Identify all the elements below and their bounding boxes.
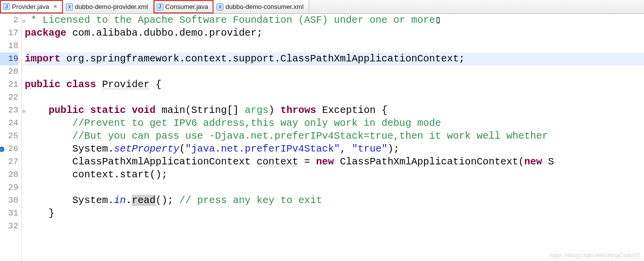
- code-line: [25, 91, 644, 104]
- xml-file-icon: x: [216, 3, 223, 10]
- editor-tab[interactable]: JProvider.java✕: [0, 0, 63, 13]
- code-token: main(String[]: [156, 104, 245, 116]
- line-number[interactable]: 31: [0, 207, 18, 220]
- code-line: public class Provider {: [25, 78, 644, 91]
- line-number[interactable]: 27: [0, 156, 18, 168]
- code-token: args: [245, 104, 268, 116]
- line-number[interactable]: 19: [0, 52, 18, 65]
- code-token: "java.net.preferIPv4Stack": [185, 143, 340, 155]
- code-token: [25, 117, 72, 129]
- line-number[interactable]: 26: [0, 143, 18, 156]
- close-icon[interactable]: ✕: [53, 3, 57, 10]
- line-number[interactable]: 18: [0, 40, 18, 52]
- code-token: import: [25, 53, 60, 64]
- code-token: ): [268, 104, 280, 116]
- code-line: import org.springframework.context.suppo…: [25, 52, 644, 65]
- code-token: ();: [156, 195, 179, 206]
- code-token: public static void: [49, 104, 156, 116]
- tab-label: dubbo-demo-provider.xml: [75, 3, 148, 10]
- tab-label: Consumer.java: [165, 3, 209, 10]
- code-token: [25, 104, 49, 116]
- java-file-icon: J: [157, 3, 163, 10]
- code-token: org.springframework.context.support.Clas…: [60, 53, 465, 64]
- line-number[interactable]: 25: [0, 130, 18, 143]
- line-number[interactable]: 17: [0, 27, 18, 40]
- code-line: [25, 220, 644, 233]
- code-token: ClassPathXmlApplicationContext(: [334, 156, 524, 167]
- code-token: Provider: [102, 79, 150, 90]
- code-token: * Licensed to the Apache Software Founda…: [25, 14, 435, 26]
- code-editor: 217181920212223242526272829303132 * Lice…: [0, 14, 644, 261]
- code-line: System.setProperty("java.net.preferIPv4S…: [25, 143, 644, 156]
- code-token: //Prevent to get IPV6 address,this way o…: [72, 117, 441, 129]
- tab-label: Provider.java: [12, 3, 49, 10]
- editor-tab[interactable]: xdubbo-demo-consumer.xml: [214, 0, 309, 13]
- line-number[interactable]: 32: [0, 220, 18, 233]
- code-token: com.alibaba.dubbo.demo.provider;: [66, 27, 263, 39]
- code-token: //But you can pass use -Djava.net.prefer…: [72, 130, 548, 142]
- xml-file-icon: x: [66, 3, 73, 10]
- code-token: public class: [25, 79, 96, 90]
- line-number[interactable]: 29: [0, 181, 18, 194]
- code-token: context: [257, 156, 298, 167]
- code-token: ,: [340, 143, 352, 155]
- code-line: public static void main(String[] args) t…: [25, 104, 644, 117]
- code-token: Exception {: [316, 104, 387, 116]
- code-line: System.in.read(); // press any key to ex…: [25, 194, 644, 207]
- code-token: [25, 130, 72, 142]
- code-token: read: [132, 195, 156, 206]
- code-line: package com.alibaba.dubbo.demo.provider;: [25, 27, 644, 40]
- code-token: "true": [352, 143, 387, 155]
- code-token: .: [126, 195, 132, 206]
- editor-tab-bar: JProvider.java✕xdubbo-demo-provider.xmlJ…: [0, 0, 644, 14]
- line-number[interactable]: 23: [0, 104, 18, 117]
- code-line: * Licensed to the Apache Software Founda…: [25, 14, 644, 27]
- code-token: );: [387, 143, 399, 155]
- code-token: throws: [280, 104, 316, 116]
- code-token: new: [316, 156, 334, 167]
- code-token: }: [25, 208, 54, 219]
- tab-label: dubbo-demo-consumer.xml: [225, 3, 304, 10]
- editor-tab[interactable]: xdubbo-demo-provider.xml: [63, 0, 153, 13]
- code-token: System.: [25, 195, 114, 206]
- code-token: =: [298, 156, 316, 167]
- code-token: setProperty: [114, 143, 179, 155]
- code-token: (: [179, 143, 185, 155]
- code-line: //Prevent to get IPV6 address,this way o…: [25, 117, 644, 130]
- line-number[interactable]: 30: [0, 194, 18, 207]
- line-number[interactable]: 20: [0, 65, 18, 78]
- code-line: [25, 65, 644, 78]
- code-area[interactable]: * Licensed to the Apache Software Founda…: [22, 14, 644, 261]
- code-token: in: [114, 195, 126, 206]
- code-token: {: [150, 79, 161, 90]
- code-token: System.: [25, 143, 114, 155]
- code-token: S: [542, 156, 554, 167]
- code-line: }: [25, 207, 644, 220]
- code-token: context.start();: [25, 169, 167, 180]
- java-file-icon: J: [3, 3, 10, 10]
- line-number[interactable]: 21: [0, 78, 18, 91]
- code-line: [25, 40, 644, 52]
- code-token: [96, 79, 102, 90]
- code-line: [25, 181, 644, 194]
- line-number[interactable]: 24: [0, 117, 18, 130]
- code-line: context.start();: [25, 168, 644, 181]
- code-token: ▯: [435, 14, 441, 26]
- line-number[interactable]: 2: [0, 14, 18, 27]
- code-token: ClassPathXmlApplicationContext: [25, 156, 257, 167]
- line-number-gutter: 217181920212223242526272829303132: [0, 14, 22, 261]
- line-number[interactable]: 22: [0, 91, 18, 104]
- code-token: package: [25, 27, 66, 39]
- code-token: new: [524, 156, 542, 167]
- code-line: ClassPathXmlApplicationContext context =…: [25, 156, 644, 168]
- code-line: //But you can pass use -Djava.net.prefer…: [25, 130, 644, 143]
- editor-tab[interactable]: JConsumer.java: [154, 0, 214, 13]
- code-token: // press any key to exit: [179, 195, 322, 206]
- line-number[interactable]: 28: [0, 168, 18, 181]
